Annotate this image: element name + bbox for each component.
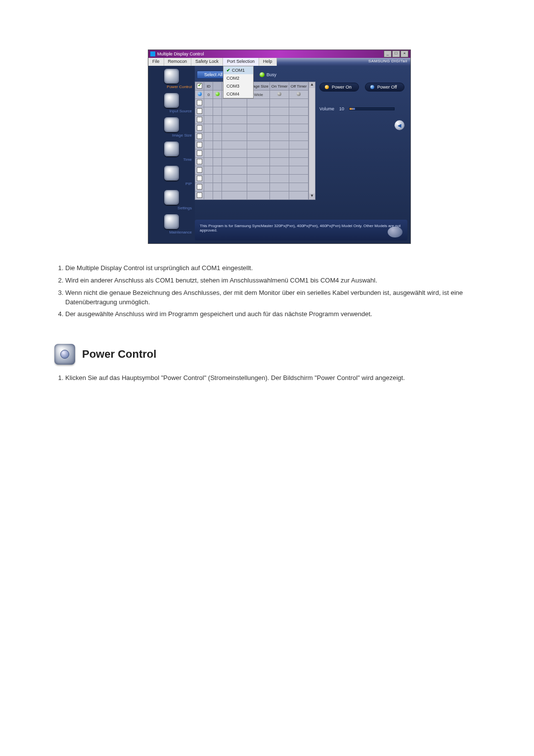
settings-icon — [164, 190, 179, 205]
col-on-timer: On Timer — [270, 82, 289, 91]
section-title: Power Control — [82, 348, 156, 361]
minimize-button[interactable]: _ — [384, 50, 392, 57]
notes-list: Die Multiple Display Control ist ursprün… — [54, 264, 499, 319]
app-icon — [150, 51, 155, 56]
sidebar-label: Power Control — [149, 85, 194, 89]
col-check[interactable]: ✔ — [195, 82, 204, 91]
table-row[interactable] — [195, 158, 309, 166]
power-control-section-icon — [54, 344, 75, 365]
menubar: File Remocon Safety Lock Port Selection … — [148, 58, 410, 66]
power-off-dot-icon — [370, 85, 374, 89]
power-off-button[interactable]: Power Off — [365, 83, 404, 92]
row-check-icon[interactable] — [198, 92, 202, 96]
display-table: ✔ ID Image Size On Timer Off Timer — [195, 82, 309, 200]
table-row[interactable] — [195, 166, 309, 175]
list-item: Die Multiple Display Control ist ursprün… — [65, 264, 470, 273]
pip-icon — [164, 166, 179, 181]
list-item: Wird ein anderer Anschluss als COM1 benu… — [65, 276, 470, 285]
sidebar-label: Time — [149, 157, 194, 162]
table-row[interactable] — [195, 141, 309, 149]
menu-port-selection[interactable]: Port Selection ✔COM1 COM2 COM3 COM4 — [223, 58, 259, 66]
table-row[interactable] — [195, 183, 309, 191]
input-source-icon — [164, 93, 179, 108]
footer-text: This Program is for Samsung SyncMaster 3… — [200, 224, 400, 233]
table-row[interactable] — [195, 149, 309, 158]
busy-dot-icon — [260, 72, 265, 77]
sidebar-label: Input Source — [149, 109, 194, 113]
table-row[interactable] — [195, 116, 309, 124]
power-on-dot-icon — [325, 85, 329, 89]
sidebar: Power Control Input Source Image Size Ti… — [148, 66, 195, 243]
col-off-timer: Off Timer — [289, 82, 309, 91]
sidebar-label: Image Size — [149, 133, 194, 138]
speaker-icon[interactable]: ◀ — [395, 120, 404, 130]
off-timer-icon — [297, 92, 301, 96]
maintenance-icon — [164, 214, 179, 229]
brand-label: SAMSUNG DIGITall — [277, 58, 410, 66]
on-timer-icon — [277, 92, 281, 96]
footer-notice: This Program is for Samsung SyncMaster 3… — [195, 220, 407, 240]
list-item: Der ausgewählte Anschluss wird im Progra… — [65, 310, 470, 319]
list-item: Klicken Sie auf das Hauptsymbol "Power C… — [65, 374, 470, 383]
window-title: Multiple Display Control — [157, 51, 204, 56]
sidebar-label: Settings — [149, 206, 194, 210]
menu-file[interactable]: File — [148, 58, 164, 66]
power-control-icon — [164, 69, 179, 84]
time-icon — [164, 142, 179, 156]
sidebar-item-time[interactable]: Time — [149, 142, 194, 162]
port-com2[interactable]: COM2 — [223, 74, 253, 82]
power-on-button[interactable]: Power On — [319, 83, 359, 92]
section-header: Power Control — [54, 344, 499, 365]
sidebar-item-image-size[interactable]: Image Size — [149, 117, 194, 138]
volume-value: 10 — [339, 106, 344, 111]
table-row[interactable] — [195, 99, 309, 107]
cell-id: 0 — [204, 91, 213, 99]
app-window: Multiple Display Control _ □ × File Remo… — [148, 49, 411, 244]
volume-slider[interactable] — [349, 107, 395, 110]
port-com4[interactable]: COM4 — [223, 90, 253, 98]
table-row[interactable] — [195, 191, 309, 200]
sidebar-item-settings[interactable]: Settings — [149, 190, 194, 210]
table-row[interactable] — [195, 107, 309, 116]
sidebar-item-power-control[interactable]: Power Control — [149, 69, 194, 89]
port-com3[interactable]: COM3 — [223, 82, 253, 90]
maximize-button[interactable]: □ — [392, 50, 400, 57]
sidebar-label: PIP — [149, 182, 194, 186]
busy-label: Busy — [267, 72, 276, 77]
sidebar-item-pip[interactable]: PIP — [149, 166, 194, 186]
table-row[interactable] — [195, 133, 309, 141]
close-button[interactable]: × — [400, 50, 408, 57]
menu-safety-lock[interactable]: Safety Lock — [191, 58, 223, 66]
menu-port-selection-label: Port Selection — [227, 59, 255, 64]
image-size-icon — [164, 117, 179, 132]
scroll-up-icon[interactable]: ▲ — [309, 82, 315, 88]
volume-label: Volume — [319, 106, 334, 111]
sidebar-label: Maintenance — [149, 230, 194, 235]
table-row[interactable] — [195, 175, 309, 183]
power-on-label: Power On — [332, 85, 352, 90]
table-row[interactable] — [195, 124, 309, 133]
scroll-down-icon[interactable]: ▼ — [309, 193, 315, 199]
col-id: ID — [204, 82, 213, 91]
port-selection-dropdown: ✔COM1 COM2 COM3 COM4 — [223, 66, 254, 98]
titlebar: Multiple Display Control _ □ × — [148, 50, 410, 58]
list-item: Wenn nicht die genaue Bezeichnung des An… — [65, 288, 470, 307]
checkmark-icon: ✔ — [226, 68, 230, 73]
table-scrollbar[interactable]: ▲ ▼ — [309, 82, 315, 200]
col-status — [213, 82, 222, 91]
sidebar-item-input-source[interactable]: Input Source — [149, 93, 194, 113]
sidebar-item-maintenance[interactable]: Maintenance — [149, 214, 194, 235]
menu-remocon[interactable]: Remocon — [164, 58, 192, 66]
busy-indicator: Busy — [260, 72, 276, 77]
row-status-icon — [216, 92, 220, 96]
steps-list: Klicken Sie auf das Hauptsymbol "Power C… — [54, 374, 499, 383]
power-off-label: Power Off — [377, 85, 397, 90]
port-com1[interactable]: ✔COM1 — [223, 66, 253, 74]
menu-help[interactable]: Help — [259, 58, 277, 66]
volume-control: Volume 10 — [319, 106, 404, 111]
